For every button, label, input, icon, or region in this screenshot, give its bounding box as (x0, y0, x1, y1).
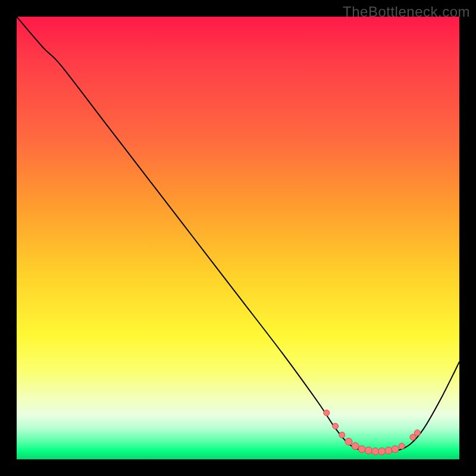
chart-frame: TheBottleneck.com (0, 0, 476, 476)
data-marker (365, 447, 372, 454)
data-marker (399, 443, 405, 449)
data-marker (372, 448, 379, 455)
data-marker (385, 447, 392, 454)
data-marker (410, 434, 416, 440)
data-marker (352, 443, 359, 450)
data-marker (358, 446, 365, 453)
plot-area (17, 17, 459, 459)
data-marker (339, 432, 345, 438)
data-marker (414, 430, 420, 436)
data-marker (392, 446, 399, 453)
curve-svg (17, 17, 459, 459)
data-marker (345, 438, 352, 445)
data-marker (378, 448, 386, 455)
data-marker (333, 423, 339, 429)
data-marker (324, 410, 330, 416)
bottleneck-curve (17, 17, 459, 452)
watermark-text: TheBottleneck.com (343, 4, 470, 20)
